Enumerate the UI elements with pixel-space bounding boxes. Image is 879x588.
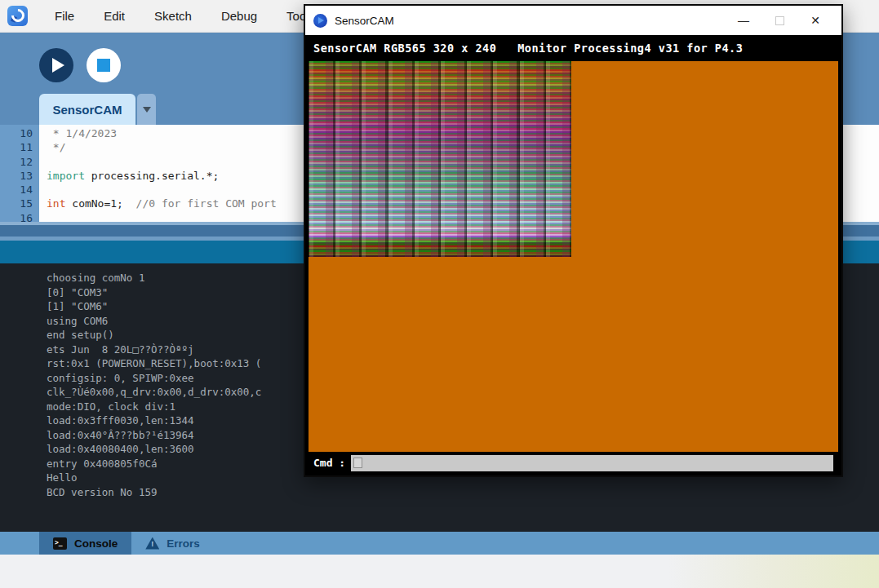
sketch-window-icon	[313, 14, 327, 28]
tab-console[interactable]: Console	[39, 532, 131, 555]
sensorcam-window: SensorCAM — ✕ SensorCAM RGB565 320 x 240…	[304, 4, 843, 477]
rgb565-test-pattern	[309, 61, 571, 257]
processing-logo-icon	[7, 6, 28, 26]
tab-dropdown-button[interactable]	[137, 94, 156, 125]
cmd-input[interactable]	[351, 455, 833, 471]
window-titlebar[interactable]: SensorCAM — ✕	[305, 6, 841, 35]
command-bar: Cmd :	[305, 452, 841, 475]
console-tab-strip: Console Errors	[0, 532, 879, 555]
cmd-label: Cmd :	[313, 457, 345, 469]
window-title: SensorCAM	[335, 15, 394, 27]
screen: File Edit Sketch Debug Tools SensorCAM 1…	[0, 0, 879, 588]
menu-file[interactable]: File	[42, 9, 87, 23]
sketch-header-text: SensorCAM RGB565 320 x 240 Monitor Proce…	[305, 35, 841, 61]
warning-triangle-icon	[145, 537, 159, 550]
close-button[interactable]: ✕	[797, 8, 833, 33]
tab-errors[interactable]: Errors	[131, 532, 214, 555]
minimize-button[interactable]: —	[726, 8, 761, 33]
sketch-canvas[interactable]	[309, 61, 838, 452]
tab-sensorcam[interactable]: SensorCAM	[39, 94, 135, 125]
menu-edit[interactable]: Edit	[91, 9, 137, 23]
menu-sketch[interactable]: Sketch	[142, 9, 204, 23]
console-line: BCD version No 159	[47, 485, 879, 500]
cmd-cursor	[353, 458, 362, 468]
maximize-button	[761, 8, 797, 33]
menu-debug[interactable]: Debug	[209, 9, 269, 23]
sketch-canvas-frame	[305, 61, 841, 452]
taskbar: ✉ W X A ▶ Desktop » 27°C	[0, 555, 879, 588]
stop-button[interactable]	[87, 48, 121, 82]
maximize-icon	[775, 16, 784, 25]
console-icon	[53, 537, 67, 550]
run-button[interactable]	[39, 48, 73, 82]
